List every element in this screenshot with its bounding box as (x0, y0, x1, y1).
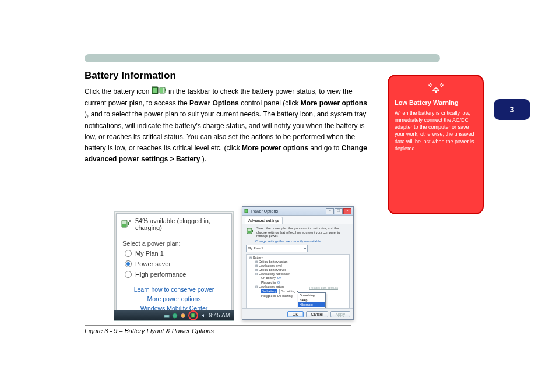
plan-option-high-performance[interactable]: High performance (117, 269, 231, 280)
power-options-icon (244, 208, 249, 214)
svg-rect-17 (252, 230, 253, 232)
figure-power-options-dialog: Power Options – ▢ × Advanced settings Se… (242, 206, 354, 320)
maximize-button[interactable]: ▢ (335, 208, 343, 214)
tree-plugged-in: Plugged in: (261, 281, 277, 284)
link-learn-conserve[interactable]: Learn how to conserve power (117, 285, 231, 295)
text-fragment: ). (202, 155, 206, 163)
more-power-options-term: More power options (242, 144, 308, 152)
svg-rect-12 (195, 315, 195, 316)
tree-battery: Battery (253, 256, 263, 259)
svg-rect-4 (160, 88, 163, 93)
warning-body: When the battery is critically low, imme… (395, 110, 477, 152)
warning-title: Low Battery Warning (395, 99, 477, 106)
tree-on-battery: On battery: (261, 276, 276, 280)
taskbar: 9:45 AM (114, 310, 234, 320)
link-more-power-options[interactable]: More power options (117, 295, 231, 304)
flyout-popup: 54% available (plugged in, charging) Sel… (116, 213, 232, 310)
svg-rect-9 (164, 315, 169, 317)
plan-label: Power saver (135, 260, 171, 267)
tree-critical-action: Critical battery action (259, 260, 287, 263)
chevron-down-icon: ▾ (304, 246, 306, 250)
plan-label: My Plan 1 (135, 250, 164, 257)
tree-plugged-in-2-val: Do nothing (277, 294, 293, 298)
svg-rect-1 (153, 88, 157, 93)
dropdown-option[interactable]: Sleep (298, 298, 325, 302)
link-change-unavailable-settings[interactable]: Change settings that are currently unava… (255, 239, 350, 243)
tree-on-battery-2: On battery: (261, 289, 277, 293)
text-fragment: Click the battery icon (85, 87, 152, 96)
minimize-button[interactable]: – (326, 208, 334, 214)
power-plan-icon (246, 227, 254, 236)
close-button[interactable]: × (343, 208, 351, 214)
dialog-intro-text: Select the power plan that you want to c… (256, 227, 350, 238)
alarm-icon (395, 82, 477, 97)
tray-battery-highlight (188, 310, 198, 320)
svg-rect-13 (245, 209, 248, 213)
svg-rect-11 (191, 313, 195, 317)
dialog-title: Power Options (251, 209, 278, 213)
tray-updates-icon[interactable] (180, 313, 186, 319)
tree-low-level: Low battery level (259, 264, 282, 267)
radio-icon (125, 271, 132, 278)
figure-caption: Figure 3 - 9 – Battery Flyout & Power Op… (85, 327, 214, 334)
svg-rect-16 (248, 231, 251, 233)
figure-battery-flyout: 54% available (plugged in, charging) Sel… (114, 211, 234, 321)
flyout-select-label: Select a power plan: (117, 235, 231, 248)
flyout-status: 54% available (plugged in, charging) (135, 217, 227, 231)
tree-critical-level: Critical battery level (259, 268, 286, 271)
warning-card: Low Battery Warning When the battery is … (388, 75, 484, 214)
svg-rect-3 (165, 89, 166, 91)
tree-on-battery-2-dropdown[interactable]: Do nothing ▾ (279, 289, 300, 294)
taskbar-clock[interactable]: 9:45 AM (209, 312, 230, 319)
tray-network-icon[interactable] (164, 313, 170, 319)
battery-icon (121, 218, 132, 230)
dropdown-option[interactable]: Hibernate (298, 302, 325, 307)
ok-button[interactable]: OK (287, 311, 303, 317)
svg-point-10 (181, 313, 185, 317)
plan-option-power-saver[interactable]: Power saver (117, 259, 231, 269)
radio-icon (125, 250, 132, 257)
link-restore-defaults[interactable]: Restore plan defaults (309, 286, 338, 289)
cancel-button[interactable]: Cancel (306, 311, 328, 317)
tree-low-notification: Low battery notification (259, 272, 290, 276)
tree-low-action: Low battery action (259, 285, 284, 288)
svg-rect-7 (122, 224, 126, 227)
section-header-bar (85, 54, 440, 62)
page-chapter-tab: 3 (494, 99, 530, 120)
plan-option-my-plan-1[interactable]: My Plan 1 (117, 248, 231, 259)
dropdown-option[interactable]: Do nothing (298, 293, 325, 298)
figure-divider (85, 325, 351, 326)
apply-button[interactable]: Apply (330, 311, 350, 317)
svg-rect-14 (248, 210, 248, 211)
tab-advanced-settings[interactable]: Advanced settings (245, 217, 283, 224)
text-fragment: and go to (310, 144, 341, 152)
tree-on-battery-val[interactable]: On (277, 276, 281, 280)
svg-rect-8 (128, 222, 129, 225)
power-plan-combo[interactable]: My Plan 1 ▾ (246, 245, 308, 252)
power-options-term: Power Options (189, 99, 239, 107)
combo-value: My Plan 1 (248, 246, 263, 250)
plan-label: High performance (135, 271, 186, 278)
tree-plugged-in-2: Plugged in: (261, 294, 277, 298)
tree-plugged-in-val[interactable]: On (277, 281, 281, 284)
body-paragraph: Click the battery icon in the taskbar to… (85, 86, 370, 171)
radio-icon (125, 260, 132, 267)
section-title: Battery Information (85, 70, 176, 82)
svg-point-5 (435, 91, 437, 93)
more-power-options-term: More power options (301, 99, 367, 107)
text-fragment: control panel (click (241, 99, 301, 107)
battery-tray-icon (152, 86, 167, 98)
tray-shield-icon[interactable] (172, 313, 178, 319)
tray-volume-icon[interactable] (200, 313, 206, 319)
